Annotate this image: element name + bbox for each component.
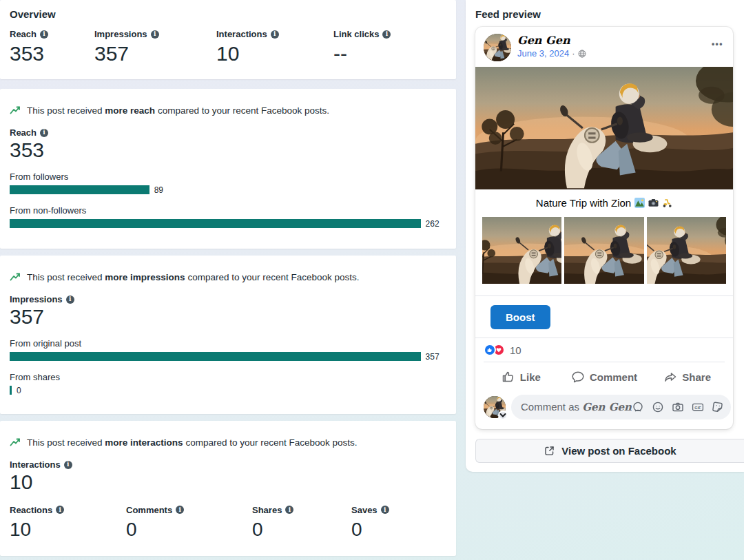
highlight-text: This post received more reach compared t… (27, 105, 329, 116)
composer-avatar[interactable] (484, 396, 506, 418)
bar-fill (10, 185, 149, 194)
thumbnail-strip (475, 217, 733, 284)
thumbnail-2[interactable] (564, 217, 643, 284)
metric-label: Link clicks (333, 29, 379, 39)
metric-impressions: Impressions 357 (94, 29, 216, 65)
submetric-value: 0 (126, 519, 252, 539)
avatar[interactable] (484, 34, 511, 61)
metric-value: -- (333, 43, 446, 65)
submetric-label: Comments (126, 505, 172, 515)
bar-label: From shares (10, 372, 446, 382)
interactions-card: This post received more interactions com… (0, 421, 456, 556)
metric-interactions: Interactions 10 (216, 29, 333, 65)
bar-row: 0 (10, 386, 442, 395)
reaction-count[interactable]: 10 (510, 344, 521, 356)
info-icon[interactable] (64, 461, 72, 469)
post-caption: Nature Trip with Zion (475, 189, 733, 217)
thumbnail-1[interactable] (482, 217, 561, 284)
metric-label: Reach (10, 29, 37, 39)
post-menu-icon[interactable]: ••• (710, 34, 725, 54)
trend-up-icon (10, 271, 21, 282)
info-icon[interactable] (40, 129, 48, 137)
boost-button[interactable]: Boost (490, 305, 550, 329)
post-actions: Like Comment Share (475, 362, 733, 391)
view-post-label: View post on Facebook (561, 445, 676, 457)
share-label: Share (682, 371, 711, 383)
info-icon[interactable] (66, 295, 74, 304)
info-icon[interactable] (176, 506, 184, 514)
submetric-shares: Shares 0 (252, 505, 351, 539)
external-link-icon (544, 445, 555, 457)
post-date[interactable]: June 3, 2024 (517, 48, 569, 59)
post-date-row: June 3, 2024 · (517, 48, 710, 59)
avatar-sticker-icon[interactable] (632, 401, 644, 413)
comment-icon (571, 370, 585, 384)
author-name[interactable]: Gen Gen (517, 34, 710, 47)
bar-fill (10, 219, 421, 228)
comment-input[interactable]: Comment as Gen Gen GIF (511, 395, 731, 419)
gif-icon[interactable]: GIF (692, 401, 704, 413)
info-icon[interactable] (271, 30, 279, 39)
comment-button[interactable]: Comment (563, 364, 646, 390)
reach-label-row: Reach (10, 127, 446, 138)
metric-value: 10 (216, 43, 333, 65)
bar-row: 262 (10, 219, 442, 229)
interaction-breakdown: Reactions 10 Comments 0 Shares 0 Saves 0 (10, 505, 446, 539)
section-label: Impressions (10, 294, 63, 304)
metric-value: 357 (94, 43, 216, 65)
overview-metrics: Reach 353 Impressions 357 Interactions (10, 29, 446, 65)
camera-icon[interactable] (672, 401, 684, 413)
submetric-saves: Saves 0 (351, 505, 446, 539)
insights-page: Overview Reach 353 Impressions 357 (0, 0, 744, 560)
info-icon[interactable] (381, 506, 389, 514)
bar-row: 89 (10, 185, 442, 195)
metric-label: Interactions (216, 29, 267, 39)
metric-label: Impressions (94, 29, 147, 39)
section-label: Interactions (10, 459, 61, 470)
info-icon[interactable] (56, 506, 64, 514)
share-button[interactable]: Share (645, 364, 729, 390)
bar-value: 262 (426, 219, 440, 229)
info-icon[interactable] (40, 30, 48, 39)
comment-placeholder: Comment as Gen Gen (521, 401, 632, 413)
reactions-row: 10 (475, 338, 733, 362)
trend-up-icon (10, 437, 21, 448)
comment-label: Comment (590, 371, 637, 383)
reach-card: This post received more reach compared t… (0, 89, 456, 249)
sticker-icon[interactable] (711, 400, 725, 414)
overview-card: Overview Reach 353 Impressions 357 (0, 0, 456, 79)
post-photo[interactable] (475, 67, 733, 189)
chevron-down-icon (498, 411, 508, 420)
metric-reach: Reach 353 (10, 29, 94, 65)
info-icon[interactable] (382, 30, 391, 39)
composer-icons: GIF (632, 401, 724, 413)
insights-column: Overview Reach 353 Impressions 357 (0, 0, 456, 556)
bar-label: From original post (10, 338, 446, 349)
submetric-label: Saves (351, 505, 378, 515)
submetric-comments: Comments 0 (126, 505, 252, 539)
like-icon (502, 370, 515, 384)
reaction-pile[interactable] (484, 344, 505, 356)
highlight-text: This post received more interactions com… (27, 437, 358, 448)
emoji-icon[interactable] (652, 401, 664, 413)
caption-text: Nature Trip with Zion (536, 197, 631, 209)
highlight-text: This post received more impressions comp… (27, 272, 360, 282)
submetric-value: 0 (351, 519, 446, 539)
bar-value: 89 (154, 185, 163, 195)
thumbnail-3[interactable] (647, 217, 726, 284)
info-icon[interactable] (285, 506, 293, 514)
info-icon[interactable] (151, 30, 159, 39)
metric-value: 353 (10, 43, 94, 65)
bar-label: From followers (10, 172, 446, 182)
view-post-link[interactable]: View post on Facebook (475, 439, 744, 463)
reach-highlight: This post received more reach compared t… (10, 105, 446, 116)
interactions-value: 10 (10, 471, 446, 493)
trend-up-icon (10, 105, 21, 116)
bar-fill (10, 352, 421, 361)
like-button[interactable]: Like (479, 364, 563, 390)
bar-value: 357 (426, 352, 440, 362)
globe-icon (578, 50, 586, 58)
impressions-value: 357 (10, 306, 446, 328)
metric-link-clicks: Link clicks -- (333, 29, 446, 65)
comment-composer: Comment as Gen Gen GIF (475, 391, 733, 429)
